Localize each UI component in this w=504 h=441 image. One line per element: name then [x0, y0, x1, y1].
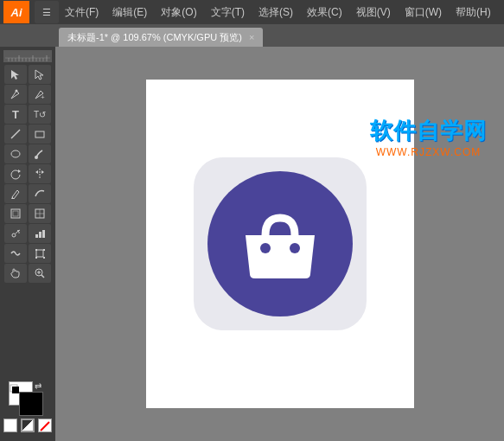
svg-point-32	[17, 230, 19, 232]
svg-rect-34	[35, 234, 38, 238]
canvas-area: 软件自学网 WWW.RJZXW.COM	[55, 47, 504, 441]
reset-colors-icon[interactable]	[9, 383, 21, 395]
column-graph-tool[interactable]	[29, 224, 51, 243]
app-menu-icon[interactable]: ☰	[35, 1, 59, 23]
watermark-main-text: 软件自学网	[370, 116, 487, 146]
warp-tool[interactable]	[4, 244, 27, 263]
pen-tool[interactable]	[4, 85, 27, 104]
menu-view[interactable]: 视图(V)	[350, 3, 397, 22]
tool-row-2: +	[2, 85, 54, 104]
shopping-bag-icon	[233, 201, 328, 287]
watermark: 软件自学网 WWW.RJZXW.COM	[370, 116, 487, 158]
menu-bar: Ai ☰ 文件(F) 编辑(E) 对象(O) 文字(T) 选择(S) 效果(C)…	[0, 0, 504, 24]
toolbar-ruler	[3, 50, 52, 62]
svg-point-49	[290, 243, 300, 253]
reflect-tool[interactable]	[29, 164, 51, 183]
svg-point-31	[12, 233, 16, 237]
tool-row-3: T T↺	[2, 105, 54, 124]
svg-rect-40	[35, 257, 37, 259]
menu-file[interactable]: 文件(F)	[59, 3, 105, 22]
select-tool[interactable]	[4, 65, 27, 84]
menu-select[interactable]: 选择(S)	[252, 3, 299, 22]
tool-row-4	[2, 125, 54, 144]
hand-tool[interactable]	[4, 264, 27, 283]
ellipse-tool[interactable]	[4, 144, 27, 163]
tool-row-6	[2, 164, 54, 183]
svg-point-48	[260, 243, 271, 253]
type-tool[interactable]: T	[4, 105, 27, 124]
tool-row-7	[2, 184, 54, 203]
svg-rect-19	[35, 131, 44, 137]
additional-color-options	[3, 419, 52, 432]
tab-bar: 未标题-1* @ 109.67% (CMYK/GPU 预览) ×	[0, 24, 504, 47]
svg-point-33	[18, 232, 20, 233]
svg-point-20	[11, 150, 20, 157]
svg-rect-35	[39, 232, 41, 238]
symbol-sprayer[interactable]	[4, 224, 27, 243]
left-toolbar: + T T↺	[0, 47, 55, 441]
add-anchor-tool[interactable]: +	[29, 85, 51, 104]
svg-text:+: +	[41, 93, 45, 100]
icon-circle	[207, 171, 353, 316]
smooth-tool[interactable]	[29, 184, 51, 203]
svg-rect-26	[11, 209, 20, 218]
pencil-tool[interactable]	[4, 184, 27, 203]
direct-select-tool[interactable]	[29, 65, 51, 84]
app-logo: Ai	[3, 1, 29, 23]
svg-rect-36	[42, 230, 45, 238]
menu-object[interactable]: 对象(O)	[155, 3, 202, 22]
svg-marker-15	[35, 70, 43, 80]
tool-row-8	[2, 204, 54, 223]
tool-row-9	[2, 224, 54, 243]
svg-rect-38	[35, 249, 37, 251]
svg-marker-14	[11, 70, 19, 80]
svg-point-21	[35, 156, 38, 159]
slice-tool[interactable]	[29, 204, 51, 223]
touch-type-tool[interactable]: T↺	[29, 105, 51, 124]
paintbrush-tool[interactable]	[29, 144, 51, 163]
tool-row-5	[2, 144, 54, 163]
line-tool[interactable]	[4, 125, 27, 144]
svg-marker-25	[41, 170, 44, 174]
tool-row-1	[2, 65, 54, 84]
svg-marker-24	[35, 170, 38, 174]
tab-close-button[interactable]: ×	[249, 32, 254, 42]
none-option[interactable]	[38, 419, 52, 432]
svg-rect-47	[12, 387, 19, 393]
fill-stroke-swatches: ⇄	[9, 381, 47, 416]
tool-row-10	[2, 244, 54, 263]
stroke-swatch[interactable]	[19, 392, 43, 416]
menu-items: 文件(F) 编辑(E) 对象(O) 文字(T) 选择(S) 效果(C) 视图(V…	[59, 3, 497, 22]
main-layout: + T T↺	[0, 47, 504, 441]
rotate-tool[interactable]	[4, 164, 27, 183]
tab-title: 未标题-1* @ 109.67% (CMYK/GPU 预览)	[67, 31, 242, 44]
tool-row-11	[2, 264, 54, 283]
menu-help[interactable]: 帮助(H)	[450, 3, 497, 22]
color-section: ⇄	[2, 381, 54, 438]
svg-point-16	[16, 90, 18, 93]
gradient-option[interactable]	[21, 419, 35, 432]
color-fill-option[interactable]	[3, 419, 17, 432]
menu-type[interactable]: 文字(T)	[205, 3, 251, 22]
rect-tool[interactable]	[29, 125, 51, 144]
menu-window[interactable]: 窗口(W)	[399, 3, 448, 22]
watermark-sub-text: WWW.RJZXW.COM	[376, 146, 482, 158]
free-transform-tool[interactable]	[29, 244, 51, 263]
svg-rect-27	[13, 211, 18, 216]
document-tab[interactable]: 未标题-1* @ 109.67% (CMYK/GPU 预览) ×	[59, 28, 263, 47]
svg-line-18	[11, 130, 20, 138]
svg-rect-41	[43, 257, 45, 259]
menu-edit[interactable]: 编辑(E)	[106, 3, 153, 22]
svg-marker-22	[18, 169, 21, 173]
icon-container	[194, 157, 367, 330]
zoom-tool[interactable]	[29, 264, 51, 283]
svg-rect-37	[36, 250, 43, 257]
swap-colors-icon[interactable]: ⇄	[35, 381, 45, 392]
svg-line-43	[41, 275, 44, 278]
menu-effect[interactable]: 效果(C)	[301, 3, 348, 22]
artboard-tool[interactable]	[4, 204, 27, 223]
svg-rect-39	[43, 249, 45, 251]
